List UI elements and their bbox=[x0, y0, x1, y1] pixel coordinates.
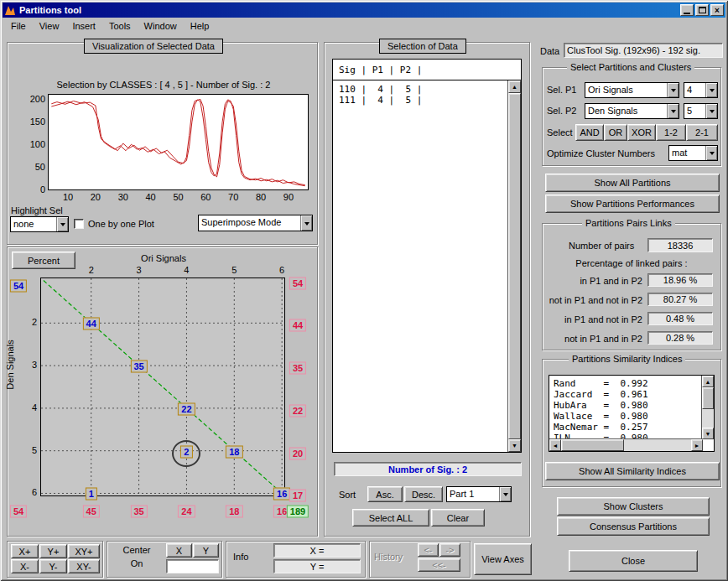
op-1-2-button[interactable]: 1-2 bbox=[656, 124, 686, 141]
chevron-down-icon[interactable] bbox=[667, 104, 679, 118]
zoom-y-minus-button[interactable]: Y- bbox=[39, 559, 67, 573]
similarity-title: Partitions Similarity Indices bbox=[569, 354, 685, 364]
zoom-y-plus-button[interactable]: Y+ bbox=[39, 544, 67, 558]
zoom-x-minus-button[interactable]: X- bbox=[11, 559, 39, 573]
show-clusters-button[interactable]: Show Clusters bbox=[557, 497, 710, 516]
pair-row-value: 18.96 % bbox=[647, 273, 713, 287]
grid-cell-value[interactable]: 1 bbox=[86, 488, 97, 501]
menu-file[interactable]: File bbox=[4, 18, 33, 34]
close-button[interactable]: × bbox=[710, 4, 724, 16]
similarity-row[interactable]: ILN = 0.980 bbox=[554, 433, 701, 438]
sort-desc-button[interactable]: Desc. bbox=[404, 486, 443, 502]
chevron-down-icon[interactable] bbox=[705, 104, 717, 118]
menu-insert[interactable]: Insert bbox=[65, 18, 102, 34]
grid-col-total: 54 bbox=[10, 506, 27, 518]
scroll-thumb[interactable] bbox=[508, 93, 521, 439]
close-tool-button[interactable]: Close bbox=[569, 550, 698, 572]
similarity-list[interactable]: Rand = 0.992Jaccard = 0.961HubAra = 0.98… bbox=[549, 375, 715, 452]
consensus-partitions-button[interactable]: Consensus Partitions bbox=[557, 517, 710, 536]
show-partitions-performances-button[interactable]: Show Partitions Performances bbox=[545, 195, 720, 213]
zoom-xy-minus-button[interactable]: XY- bbox=[68, 559, 100, 573]
show-all-similarity-button[interactable]: Show All Similarity Indices bbox=[545, 462, 720, 480]
sel-p2-value: Den Signals bbox=[585, 104, 667, 118]
chevron-down-icon[interactable] bbox=[667, 83, 679, 97]
grid-ytick-label: 4 bbox=[25, 402, 37, 412]
scroll-left-icon[interactable]: ◄ bbox=[549, 439, 561, 451]
menu-window[interactable]: Window bbox=[138, 18, 184, 34]
center-y-button[interactable]: Y bbox=[193, 543, 219, 558]
grid-cell-value[interactable]: 44 bbox=[83, 318, 100, 330]
menu-tools[interactable]: Tools bbox=[102, 18, 138, 34]
selection-row[interactable]: 111 | 4 | 5 | bbox=[339, 95, 507, 106]
sel-p2-num-select[interactable]: 5 bbox=[684, 103, 718, 119]
history-reset-button[interactable]: <<- bbox=[418, 558, 460, 572]
sort-part-select[interactable]: Part 1 bbox=[446, 486, 512, 502]
center-value-input[interactable] bbox=[166, 559, 219, 573]
similarity-row[interactable]: Rand = 0.992 bbox=[554, 378, 701, 389]
similarity-v-scrollbar[interactable]: ▲ ▼ bbox=[701, 376, 714, 439]
sel-p1-num-value: 4 bbox=[684, 83, 705, 97]
similarity-row[interactable]: MacNemar = 0.257 bbox=[554, 422, 701, 433]
grid-xtick-label: 3 bbox=[133, 265, 146, 275]
grid-plot[interactable]: 2345623456544435222181165444352220175445… bbox=[40, 278, 285, 496]
selection-scrollbar[interactable]: ▲ ▼ bbox=[507, 80, 521, 452]
op-xor-button[interactable]: XOR bbox=[627, 124, 656, 141]
sel-p1-select[interactable]: Ori Signals bbox=[585, 82, 679, 98]
chevron-down-icon[interactable] bbox=[499, 487, 511, 501]
plot-mode-select[interactable]: Superimpose Mode bbox=[198, 215, 313, 231]
sort-asc-button[interactable]: Asc. bbox=[367, 486, 403, 502]
similarity-row[interactable]: Wallace = 0.980 bbox=[554, 411, 701, 422]
similarity-row[interactable]: HubAra = 0.980 bbox=[554, 400, 701, 411]
history-forward-button[interactable]: -> bbox=[439, 543, 460, 557]
clear-button[interactable]: Clear bbox=[431, 509, 485, 527]
selection-row[interactable]: 110 | 4 | 5 | bbox=[339, 84, 507, 95]
chevron-down-icon[interactable] bbox=[705, 83, 717, 97]
scroll-down-icon[interactable]: ▼ bbox=[508, 439, 521, 452]
similarity-row[interactable]: Jaccard = 0.961 bbox=[554, 389, 701, 400]
percent-button[interactable]: Percent bbox=[12, 252, 75, 269]
optimize-select[interactable]: mat bbox=[668, 145, 718, 161]
minimize-button[interactable] bbox=[680, 4, 694, 16]
menu-view[interactable]: View bbox=[33, 18, 66, 34]
chevron-down-icon[interactable] bbox=[300, 215, 312, 231]
grid-ytick-label: 3 bbox=[25, 360, 37, 370]
one-by-one-checkbox[interactable] bbox=[74, 219, 84, 229]
grid-cell-value[interactable]: 35 bbox=[130, 361, 147, 373]
grid-cell-value[interactable]: 18 bbox=[226, 445, 242, 458]
zoom-xy-plus-button[interactable]: XY+ bbox=[68, 544, 100, 558]
center-x-button[interactable]: X bbox=[166, 543, 192, 558]
show-all-partitions-button[interactable]: Show All Partitions bbox=[545, 174, 720, 192]
chevron-down-icon[interactable] bbox=[705, 146, 717, 160]
scroll-up-icon[interactable]: ▲ bbox=[702, 376, 714, 387]
scroll-down-icon[interactable]: ▼ bbox=[702, 428, 714, 439]
highlight-select[interactable]: none bbox=[10, 216, 69, 232]
selection-list[interactable]: Sig | P1 | P2 | 110 | 4 | 5 |111 | 4 | 5… bbox=[332, 59, 522, 453]
scroll-thumb[interactable] bbox=[702, 387, 714, 409]
op-and-button[interactable]: AND bbox=[575, 124, 604, 141]
signal-xtick-label: 20 bbox=[87, 192, 104, 202]
chevron-down-icon[interactable] bbox=[56, 217, 68, 231]
scroll-right-icon[interactable]: ► bbox=[691, 439, 703, 451]
menu-help[interactable]: Help bbox=[184, 18, 216, 34]
scroll-track[interactable] bbox=[561, 439, 691, 451]
grid-cell-value[interactable]: 22 bbox=[178, 402, 195, 415]
select-partitions-title: Select Partitions and Clusters bbox=[567, 62, 694, 72]
grid-cell-value[interactable]: 54 bbox=[10, 279, 27, 292]
zoom-x-plus-button[interactable]: X+ bbox=[11, 544, 39, 558]
similarity-h-scrollbar[interactable]: ◄ ► bbox=[549, 438, 703, 451]
scroll-thumb[interactable] bbox=[561, 439, 624, 451]
op-2-1-button[interactable]: 2-1 bbox=[686, 124, 718, 141]
maximize-button[interactable] bbox=[695, 4, 709, 16]
selected-cell-circle bbox=[172, 440, 200, 467]
select-all-button[interactable]: Select ALL bbox=[352, 509, 429, 527]
history-back-button[interactable]: <- bbox=[418, 543, 439, 557]
signal-plot: 050100150200102030405060708090 bbox=[48, 94, 309, 190]
op-or-button[interactable]: OR bbox=[604, 124, 627, 141]
view-axes-button[interactable]: View Axes bbox=[474, 543, 532, 575]
title-bar[interactable]: Partitions tool × bbox=[3, 3, 725, 18]
grid-cell-value[interactable]: 16 bbox=[273, 488, 290, 501]
sel-p1-num-select[interactable]: 4 bbox=[684, 82, 718, 98]
sel-p2-select[interactable]: Den Signals bbox=[585, 103, 679, 119]
scroll-up-icon[interactable]: ▲ bbox=[508, 80, 521, 93]
scroll-track[interactable] bbox=[702, 387, 714, 428]
